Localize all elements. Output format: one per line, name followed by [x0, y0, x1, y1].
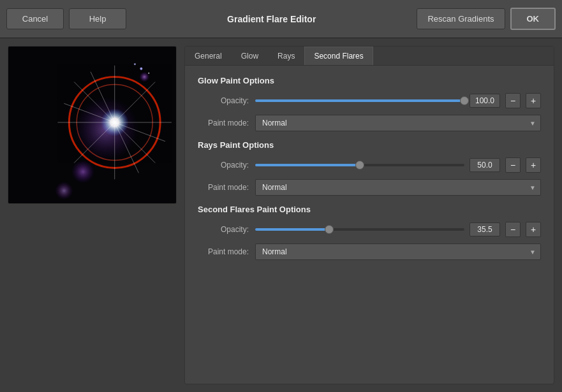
second-flares-opacity-slider-container: − + — [255, 222, 541, 237]
second-flares-opacity-fill — [255, 228, 329, 231]
main-area: General Glow Rays Second Flares Glow Pai… — [0, 38, 562, 392]
second-flares-section-title: Second Flares Paint Options — [198, 205, 541, 214]
rays-opacity-thumb[interactable] — [355, 161, 364, 170]
svg-point-17 — [139, 72, 149, 82]
glow-opacity-decrease[interactable]: − — [505, 93, 521, 108]
second-flares-paint-mode-label: Paint mode: — [198, 247, 255, 256]
cancel-button[interactable]: Cancel — [6, 8, 64, 29]
glow-opacity-row: Opacity: − + — [198, 93, 541, 108]
second-flares-paint-mode-row: Paint mode: Normal Screen Multiply Overl… — [198, 243, 541, 260]
glow-paint-mode-container: Normal Screen Multiply Overlay ▼ — [255, 115, 541, 131]
preview-panel — [8, 46, 177, 204]
toolbar-title: Gradient Flare Editor — [131, 14, 411, 24]
rays-opacity-fill — [255, 164, 360, 166]
glow-opacity-increase[interactable]: + — [526, 93, 541, 108]
glow-opacity-label: Opacity: — [198, 96, 255, 105]
flare-preview — [8, 47, 176, 203]
glow-paint-mode-label: Paint mode: — [198, 119, 255, 127]
svg-point-20 — [140, 68, 142, 70]
right-panel: General Glow Rays Second Flares Glow Pai… — [184, 46, 554, 384]
rays-paint-mode-row: Paint mode: Normal Screen Multiply Overl… — [198, 179, 541, 196]
rays-opacity-decrease[interactable]: − — [505, 157, 521, 173]
svg-point-22 — [148, 73, 149, 74]
second-flares-paint-mode-container: Normal Screen Multiply Overlay ▼ — [255, 243, 541, 260]
rays-opacity-slider-container: − + — [255, 157, 541, 173]
tab-second-flares[interactable]: Second Flares — [304, 47, 373, 65]
glow-opacity-value[interactable] — [470, 94, 500, 108]
svg-point-21 — [134, 63, 136, 65]
rays-opacity-value[interactable] — [470, 158, 500, 172]
rays-opacity-label: Opacity: — [198, 161, 255, 170]
rays-paint-mode-container: Normal Screen Multiply Overlay ▼ — [255, 179, 541, 196]
rays-section-title: Rays Paint Options — [198, 140, 541, 150]
tab-rays[interactable]: Rays — [268, 47, 304, 65]
glow-section-title: Glow Paint Options — [198, 76, 541, 85]
options-content: Glow Paint Options Opacity: − + Paint mo… — [185, 66, 554, 384]
tab-general[interactable]: General — [185, 47, 232, 65]
toolbar: Cancel Help Gradient Flare Editor Rescan… — [0, 0, 562, 38]
second-flares-opacity-decrease[interactable]: − — [505, 222, 521, 237]
ok-button[interactable]: OK — [510, 8, 556, 30]
glow-opacity-slider-container: − + — [255, 93, 541, 108]
rays-opacity-row: Opacity: − + — [198, 157, 541, 173]
rays-opacity-increase[interactable]: + — [526, 157, 541, 173]
svg-point-18 — [71, 161, 94, 184]
rays-paint-mode-label: Paint mode: — [198, 183, 255, 192]
help-button[interactable]: Help — [69, 8, 126, 29]
second-flares-opacity-label: Opacity: — [198, 225, 255, 234]
glow-paint-mode-select[interactable]: Normal Screen Multiply Overlay — [255, 115, 541, 131]
second-flares-opacity-thumb[interactable] — [325, 225, 334, 234]
rays-opacity-track[interactable] — [255, 164, 464, 166]
glow-opacity-thumb[interactable] — [460, 96, 469, 105]
rays-paint-mode-select[interactable]: Normal Screen Multiply Overlay — [255, 179, 541, 196]
second-flares-opacity-track[interactable] — [255, 228, 464, 231]
rescan-gradients-button[interactable]: Rescan Gradients — [417, 8, 505, 29]
glow-opacity-track[interactable] — [255, 99, 464, 102]
second-flares-opacity-row: Opacity: − + — [198, 222, 541, 237]
tab-glow[interactable]: Glow — [232, 47, 268, 65]
glow-opacity-fill — [255, 99, 464, 102]
second-flares-opacity-value[interactable] — [470, 222, 500, 236]
tab-bar: General Glow Rays Second Flares — [185, 47, 554, 66]
svg-point-19 — [55, 182, 73, 200]
second-flares-opacity-increase[interactable]: + — [526, 222, 541, 237]
glow-paint-mode-row: Paint mode: Normal Screen Multiply Overl… — [198, 115, 541, 131]
second-flares-paint-mode-select[interactable]: Normal Screen Multiply Overlay — [255, 243, 541, 260]
